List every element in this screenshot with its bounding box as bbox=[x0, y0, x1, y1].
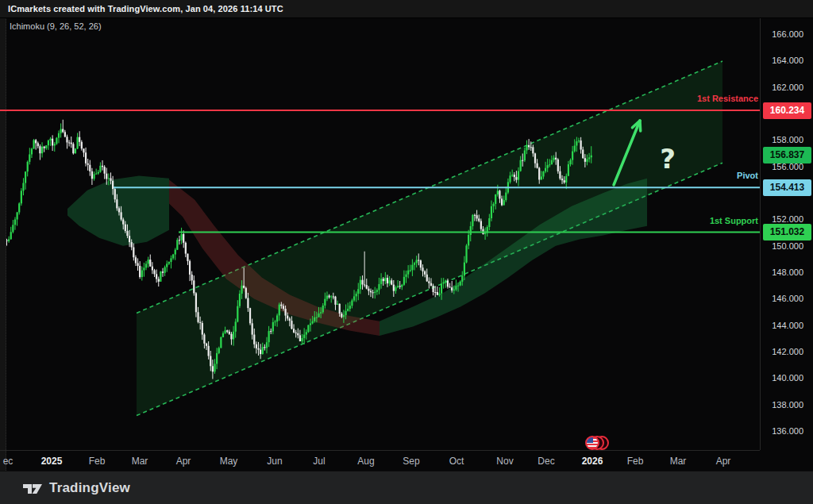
candle-body bbox=[428, 281, 430, 283]
pivot-label: Pivot bbox=[737, 171, 758, 180]
candle-body bbox=[79, 137, 80, 142]
question-mark-annotation[interactable]: ? bbox=[660, 143, 676, 175]
candle-body bbox=[434, 292, 436, 293]
candle-body bbox=[474, 215, 476, 216]
y-axis-tick: 148.000 bbox=[772, 267, 803, 278]
candle-body bbox=[295, 333, 297, 333]
candle-body bbox=[501, 198, 503, 205]
candle-body bbox=[524, 150, 526, 160]
candle-body bbox=[39, 146, 40, 153]
candle-body bbox=[414, 263, 415, 264]
candle-body bbox=[29, 154, 30, 161]
candle-body bbox=[280, 305, 282, 306]
candle-body bbox=[262, 347, 264, 354]
tradingview-logo-icon bbox=[22, 480, 43, 496]
candle-body bbox=[568, 164, 569, 176]
candle-body bbox=[557, 160, 559, 171]
candle-body bbox=[561, 179, 563, 180]
candle-body bbox=[333, 297, 334, 298]
candle-body bbox=[54, 144, 56, 145]
candle-body bbox=[361, 280, 363, 285]
indicator-legend[interactable]: Ichimoku (9, 26, 52, 26) bbox=[10, 21, 102, 31]
candle-body bbox=[25, 171, 26, 183]
economic-events-icon[interactable] bbox=[585, 435, 611, 451]
candle-body bbox=[572, 152, 573, 160]
candle-body bbox=[443, 282, 445, 283]
candle-body bbox=[476, 215, 478, 218]
candle-body bbox=[176, 240, 178, 249]
candle-body bbox=[44, 147, 45, 148]
candle-body bbox=[509, 175, 511, 182]
candle-body bbox=[449, 287, 450, 287]
candle-body bbox=[145, 264, 147, 267]
candle-body bbox=[17, 213, 18, 220]
candle-body bbox=[116, 199, 118, 208]
x-axis-tick: Oct bbox=[449, 456, 464, 467]
candle-body bbox=[153, 270, 155, 274]
candle-body bbox=[247, 298, 249, 308]
candle-body bbox=[276, 315, 278, 321]
candle-body bbox=[391, 280, 392, 284]
x-axis-tick: Apr bbox=[716, 456, 731, 467]
y-axis-tick: 138.000 bbox=[772, 399, 803, 410]
candle-body bbox=[574, 145, 576, 151]
candle-body bbox=[420, 260, 422, 267]
candle-body bbox=[8, 239, 10, 240]
candle-body bbox=[549, 164, 550, 165]
candle-body bbox=[149, 260, 151, 267]
candle-body bbox=[542, 171, 544, 176]
candle-body bbox=[268, 331, 270, 342]
candle-body bbox=[239, 294, 241, 306]
candle-body bbox=[60, 129, 62, 133]
candle-body bbox=[345, 311, 346, 315]
candle-body bbox=[555, 158, 557, 160]
candle-body bbox=[108, 178, 110, 179]
candle-body bbox=[559, 171, 561, 179]
candle-body bbox=[303, 335, 305, 338]
x-axis-tick: May bbox=[220, 456, 238, 467]
candle-body bbox=[395, 287, 396, 291]
y-axis-tick: 150.000 bbox=[772, 240, 803, 252]
candle-body bbox=[52, 139, 53, 146]
candle-body bbox=[21, 190, 22, 203]
candle-body bbox=[270, 331, 272, 332]
candle-body bbox=[337, 304, 338, 305]
candle-body bbox=[135, 257, 137, 263]
candle-body bbox=[299, 335, 301, 341]
pivot-price-tag: 154.413 bbox=[763, 179, 811, 196]
candle-body bbox=[460, 282, 461, 286]
candle-body bbox=[393, 285, 395, 291]
candle-body bbox=[225, 330, 226, 333]
candle-body bbox=[470, 226, 472, 235]
candle-body bbox=[168, 262, 170, 264]
x-axis-tick: ec bbox=[3, 456, 13, 467]
candle-body bbox=[347, 309, 349, 311]
candle-body bbox=[326, 295, 328, 298]
candle-body bbox=[341, 314, 342, 317]
candle-body bbox=[526, 145, 527, 151]
candle-body bbox=[22, 183, 24, 191]
candle-body bbox=[384, 278, 386, 281]
candle-body bbox=[284, 309, 286, 316]
candle-body bbox=[206, 344, 207, 346]
candle-body bbox=[193, 280, 195, 293]
candle-body bbox=[131, 242, 133, 247]
price-chart[interactable]: ? bbox=[0, 0, 813, 504]
candle-body bbox=[210, 356, 211, 367]
candle-body bbox=[351, 300, 353, 306]
candle-body bbox=[289, 318, 291, 321]
candle-body bbox=[245, 288, 247, 298]
candle-body bbox=[591, 156, 592, 158]
tradingview-logo[interactable]: TradingView bbox=[22, 480, 130, 496]
candle-body bbox=[492, 204, 494, 206]
price-axis[interactable]: 136.000138.000140.000142.000144.000146.0… bbox=[760, 17, 813, 450]
candle-body bbox=[488, 218, 490, 227]
candle-body bbox=[76, 137, 78, 149]
candle-body bbox=[104, 167, 106, 173]
time-axis[interactable]: ec2025FebMarAprMayJunJulAugSepOctNovDec2… bbox=[0, 450, 760, 471]
candle-body bbox=[447, 280, 449, 287]
candle-body bbox=[10, 232, 12, 239]
candle-body bbox=[334, 297, 336, 305]
attribution-text: ICmarkets created with TradingView.com, … bbox=[0, 4, 283, 13]
candle-body bbox=[49, 139, 51, 140]
